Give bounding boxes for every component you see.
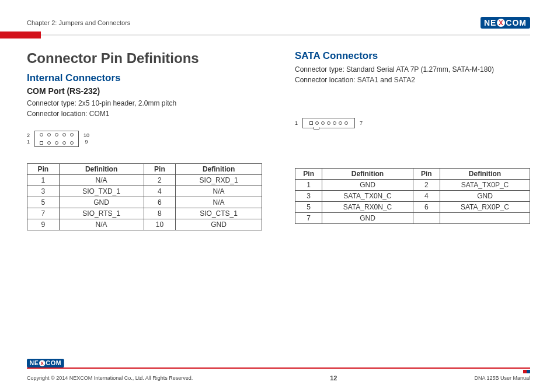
table-row: 3SATA_TX0N_C4GND xyxy=(295,191,530,202)
copyright-text: Copyright © 2014 NEXCOM International Co… xyxy=(27,375,193,381)
com-connector-type: Connector type: 2x5 10-pin header, 2.0mm… xyxy=(27,98,262,108)
logo-text-left: NE xyxy=(484,18,496,27)
header-ribbon xyxy=(27,34,530,36)
table-row: 7SIO_RTS_18SIO_CTS_1 xyxy=(27,208,262,219)
table-row: 5SATA_RX0N_C6SATA_RX0P_C xyxy=(295,202,530,213)
sata-diagram: 1 7 xyxy=(295,118,530,128)
com-connector-location: Connector location: COM1 xyxy=(27,108,262,119)
manual-name: DNA 125B User Manual xyxy=(474,375,530,381)
table-row: 1N/A2SIO_RXD_1 xyxy=(27,175,262,186)
table-row: 1GND2SATA_TX0P_C xyxy=(295,180,530,191)
sata-diagram-label-r: 7 xyxy=(360,120,363,127)
th-def: Definition xyxy=(59,164,144,175)
logo-x-icon: X xyxy=(497,19,505,27)
com-diagram-label-bl: 1 xyxy=(27,139,30,145)
th-def: Definition xyxy=(322,169,413,180)
sata-connector-location: Connector location: SATA1 and SATA2 xyxy=(295,75,530,85)
footer-dots-icon xyxy=(523,370,530,373)
sata-diagram-label-l: 1 xyxy=(295,120,298,127)
table-row: 5GND6N/A xyxy=(27,197,262,208)
th-pin: Pin xyxy=(27,164,60,175)
sata-connector-type: Connector type: Standard Serial ATA 7P (… xyxy=(295,64,530,75)
section-internal-connectors: Internal Connectors xyxy=(27,72,262,84)
th-def: Definition xyxy=(440,169,530,180)
nexcom-logo: NE X COM xyxy=(481,17,530,29)
sata-pin-table: Pin Definition Pin Definition 1GND2SATA_… xyxy=(295,168,530,224)
com-diagram: 2 1 10 9 xyxy=(27,131,262,147)
table-row: 7GND xyxy=(295,213,530,224)
table-row: 3SIO_TXD_14N/A xyxy=(27,186,262,197)
chapter-title: Chapter 2: Jumpers and Connectors xyxy=(27,19,130,26)
th-pin: Pin xyxy=(295,169,322,180)
com-diagram-label-tl: 2 xyxy=(27,132,30,139)
section-com-port: COM Port (RS-232) xyxy=(27,86,262,96)
th-def: Definition xyxy=(176,164,262,175)
table-row: 9N/A10GND xyxy=(27,219,262,230)
logo-text-right: COM xyxy=(506,18,527,27)
page-number: 12 xyxy=(193,374,474,382)
th-pin: Pin xyxy=(413,169,440,180)
nexcom-logo-footer: NE X COM xyxy=(27,359,64,368)
page-title: Connector Pin Definitions xyxy=(27,50,262,66)
section-sata-connectors: SATA Connectors xyxy=(295,50,530,62)
com-diagram-label-br: 9 xyxy=(83,139,89,145)
th-pin: Pin xyxy=(144,164,176,175)
com-pin-table: Pin Definition Pin Definition 1N/A2SIO_R… xyxy=(27,163,262,230)
com-diagram-label-tr: 10 xyxy=(83,132,89,139)
